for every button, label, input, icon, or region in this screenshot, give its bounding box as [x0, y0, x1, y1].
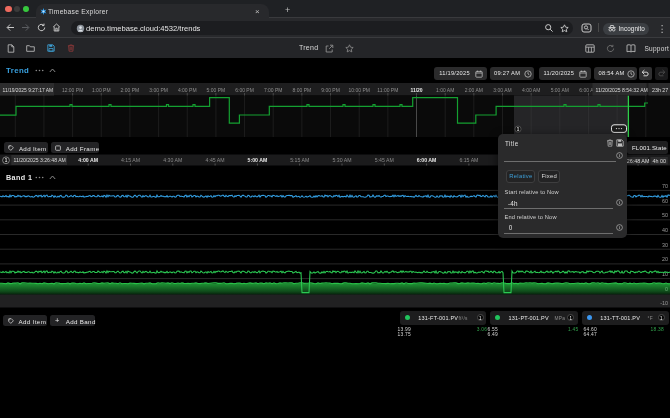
svg-text:2:00 PM: 2:00 PM — [121, 87, 140, 93]
svg-text:11/19/2025 9:27:17 AM: 11/19/2025 9:27:17 AM — [3, 88, 54, 93]
svg-text:5:45 AM: 5:45 AM — [375, 157, 394, 163]
svg-text:70: 70 — [662, 183, 668, 189]
svg-text:20: 20 — [662, 256, 668, 262]
svg-text:5:00 AM: 5:00 AM — [551, 87, 569, 93]
svg-text:4:15 AM: 4:15 AM — [121, 157, 140, 163]
svg-text:11/20/2025 3:26:48 AM: 11/20/2025 3:26:48 AM — [14, 157, 66, 163]
svg-text:11/20: 11/20 — [410, 87, 422, 93]
svg-text:1:00 PM: 1:00 PM — [92, 87, 111, 93]
svg-text:11:00 PM: 11:00 PM — [377, 87, 398, 93]
svg-text:1:00 AM: 1:00 AM — [436, 87, 454, 93]
svg-text:60: 60 — [662, 198, 668, 204]
svg-text:12:00 PM: 12:00 PM — [62, 87, 83, 93]
svg-text:4:00 PM: 4:00 PM — [178, 87, 197, 93]
svg-text:1: 1 — [5, 158, 8, 163]
svg-text:4:30 AM: 4:30 AM — [163, 157, 182, 163]
svg-text:5:00 PM: 5:00 PM — [207, 87, 226, 93]
svg-text:-10: -10 — [660, 300, 668, 306]
svg-text:6:00 PM: 6:00 PM — [235, 87, 254, 93]
svg-text:6:00 AM: 6:00 AM — [417, 157, 437, 163]
svg-text:10:00 PM: 10:00 PM — [348, 87, 369, 93]
svg-text:23h 27: 23h 27 — [652, 87, 668, 93]
svg-text:6:15 AM: 6:15 AM — [459, 157, 478, 163]
svg-text:4h 00: 4h 00 — [653, 158, 667, 164]
svg-text:4:00 AM: 4:00 AM — [522, 87, 540, 93]
svg-text:5:00 AM: 5:00 AM — [248, 157, 268, 163]
svg-text:3:00 AM: 3:00 AM — [493, 87, 511, 93]
svg-text:9:00 PM: 9:00 PM — [321, 87, 340, 93]
svg-text:5:30 AM: 5:30 AM — [332, 157, 351, 163]
svg-text:4:45 AM: 4:45 AM — [206, 157, 225, 163]
svg-text:4:00 AM: 4:00 AM — [78, 157, 98, 163]
svg-text:5:15 AM: 5:15 AM — [290, 157, 309, 163]
svg-text:7:00 PM: 7:00 PM — [264, 87, 283, 93]
svg-text:11/20/2025 8:54:32 AM: 11/20/2025 8:54:32 AM — [596, 87, 648, 93]
svg-text:40: 40 — [662, 227, 668, 233]
svg-text:30: 30 — [662, 242, 668, 248]
svg-text:3:00 PM: 3:00 PM — [149, 87, 168, 93]
svg-text:50: 50 — [662, 212, 668, 218]
svg-text:2:00 AM: 2:00 AM — [465, 87, 483, 93]
svg-text:8:00 PM: 8:00 PM — [293, 87, 312, 93]
